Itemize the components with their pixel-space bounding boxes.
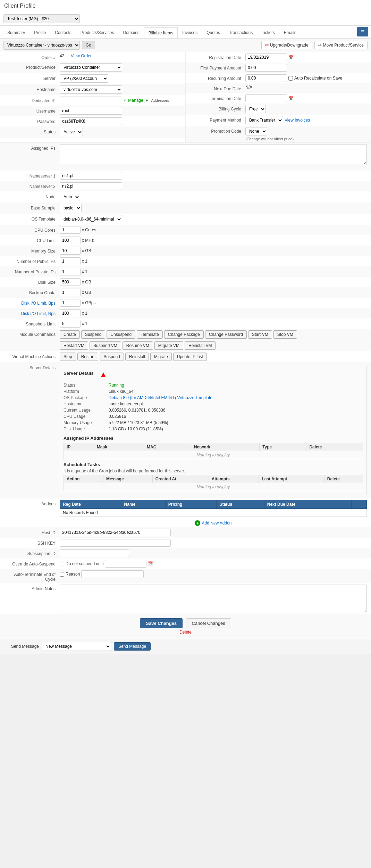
os-template-select[interactable]: debian-8.0-x86_64-minimal — [60, 215, 122, 223]
view-order-link[interactable]: View Order — [71, 53, 92, 58]
tab-tickets[interactable]: Tickets — [257, 27, 279, 38]
st-col-attempts: Attempts — [209, 475, 259, 483]
cmd-restart-vm-button[interactable]: Restart VM — [60, 341, 88, 350]
cpu-cores-input[interactable] — [60, 226, 81, 234]
add-new-addon-button[interactable]: + Add New Addon — [195, 520, 231, 526]
tab-domains[interactable]: Domains — [118, 27, 144, 38]
cmd-change-package-button[interactable]: Change Package — [164, 330, 204, 339]
memory-size-input[interactable] — [60, 247, 81, 255]
base-sample-select[interactable]: basic — [60, 204, 82, 212]
ip-col-ip: IP — [64, 443, 94, 451]
auto-recalculate-checkbox[interactable] — [288, 76, 293, 81]
snapshots-limit-input[interactable] — [60, 320, 81, 328]
ns2-input[interactable] — [60, 182, 122, 190]
vma-restart-button[interactable]: Restart — [77, 353, 99, 361]
node-select[interactable]: Auto — [60, 193, 80, 201]
cmd-suspend-vm-button[interactable]: Suspend VM — [90, 341, 121, 350]
tab-transactions[interactable]: Transactions — [225, 27, 257, 38]
addon-col-pricing: Pricing — [165, 500, 217, 509]
termination-calendar-icon[interactable]: 📅 — [288, 96, 294, 101]
cmd-migrate-vm-button[interactable]: Migrate VM — [154, 341, 183, 350]
cmd-resume-vm-button[interactable]: Resume VM — [123, 341, 153, 350]
sd-status-label: Status — [64, 383, 109, 388]
cmd-reinstall-vm-button[interactable]: Reinstall VM — [185, 341, 216, 350]
tab-contacts[interactable]: Contacts — [50, 27, 76, 38]
product-service-select[interactable]: Virtuozzo Container — [60, 63, 122, 72]
tab-products[interactable]: Products/Services — [76, 27, 119, 38]
nav-settings-button[interactable]: ☰ — [357, 27, 368, 36]
admin-notes-textarea[interactable] — [60, 585, 367, 612]
product-service-selector[interactable]: Virtuozzo Container - virtuozzo-vps.com — [3, 41, 80, 50]
tab-profile[interactable]: Profile — [29, 27, 50, 38]
reason-input[interactable] — [81, 570, 144, 578]
tab-summary[interactable]: Summary — [3, 27, 29, 38]
go-button[interactable]: Go — [82, 41, 95, 49]
upgrade-downgrade-button[interactable]: ✉ Upgrade/Downgrade — [261, 41, 312, 49]
subscription-id-input[interactable] — [60, 549, 129, 557]
dedicated-ip-input[interactable] — [60, 97, 122, 104]
termination-date-input[interactable] — [245, 94, 287, 102]
cmd-terminate-button[interactable]: Terminate — [137, 330, 163, 339]
server-select[interactable]: VP (2/200 Accoun — [60, 74, 108, 83]
view-invoices-link[interactable]: View Invoices — [285, 118, 310, 123]
num-public-ips-input[interactable] — [60, 257, 81, 265]
sd-cpu-usage-label: CPU Usage — [64, 414, 109, 419]
page-title: Client Profile — [4, 3, 367, 9]
client-selector[interactable]: Test Tester (MG) - #20 — [3, 14, 80, 23]
tab-invoices[interactable]: Invoices — [178, 27, 202, 38]
disk-io-nps-input[interactable] — [60, 309, 81, 317]
send-message-select[interactable]: New Message — [42, 642, 111, 651]
delete-button[interactable]: Delete — [179, 630, 192, 635]
first-payment-input[interactable] — [245, 64, 287, 72]
vma-suspend-button[interactable]: Suspend — [100, 353, 124, 361]
disk-size-input[interactable] — [60, 278, 81, 286]
username-input[interactable] — [60, 107, 122, 115]
auto-terminate-checkbox[interactable] — [60, 572, 64, 577]
backup-quota-input[interactable] — [60, 289, 81, 296]
cmd-change-password-button[interactable]: Change Password — [205, 330, 247, 339]
vma-update-ip-button[interactable]: Update IP List — [173, 353, 207, 361]
tab-quotes[interactable]: Quotes — [202, 27, 225, 38]
calendar-icon[interactable]: 📅 — [288, 55, 294, 60]
termination-date-label: Termination Date — [190, 94, 245, 101]
save-changes-button[interactable]: Save Changes — [140, 618, 183, 628]
product-service-label: Product/Service — [4, 63, 60, 70]
payment-method-select[interactable]: Bank Transfer — [245, 116, 283, 124]
cmd-start-vm-button[interactable]: Start VM — [248, 330, 272, 339]
ssh-key-input[interactable] — [60, 539, 171, 547]
billing-cycle-select[interactable]: Free — [245, 105, 266, 113]
recurring-amount-input[interactable] — [245, 74, 287, 82]
hostname-select[interactable]: virtuozzo-vps.com — [60, 85, 122, 94]
move-product-button[interactable]: ⇨ Move Product/Service — [314, 41, 368, 49]
cpu-cores-label: CPU Cores — [4, 226, 60, 233]
manage-ip-link[interactable]: ✓ Manage IP — [124, 98, 148, 103]
server-label: Server — [4, 74, 60, 81]
password-input[interactable] — [60, 117, 122, 125]
cmd-stop-vm-button[interactable]: Stop VM — [273, 330, 297, 339]
cpu-limit-input[interactable] — [60, 237, 81, 244]
suspend-calendar-icon[interactable]: 📅 — [148, 561, 153, 566]
send-message-button[interactable]: Send Message — [114, 642, 151, 651]
host-id-input[interactable] — [60, 529, 171, 536]
sd-status-value: Running — [109, 383, 124, 388]
registration-date-input[interactable] — [245, 53, 287, 61]
cancel-changes-button[interactable]: Cancel Changes — [186, 618, 231, 628]
num-private-ips-input[interactable] — [60, 268, 81, 275]
vma-reinstall-button[interactable]: Reinstall — [125, 353, 149, 361]
status-select[interactable]: Active — [60, 128, 83, 136]
cmd-suspend-button[interactable]: Suspend — [81, 330, 105, 339]
tab-emails[interactable]: Emails — [279, 27, 301, 38]
ns1-input[interactable] — [60, 172, 122, 180]
vma-stop-button[interactable]: Stop — [60, 353, 76, 361]
cmd-create-button[interactable]: Create — [60, 330, 80, 339]
override-auto-suspend-checkbox[interactable] — [60, 562, 64, 566]
tab-billable[interactable]: Billable Items — [144, 27, 178, 38]
disk-io-bps-input[interactable] — [60, 299, 81, 307]
toolbar: Virtuozzo Container - virtuozzo-vps.com … — [0, 39, 371, 52]
assigned-ips-textarea[interactable] — [60, 144, 367, 165]
suspend-until-input[interactable] — [105, 560, 146, 568]
vma-migrate-button[interactable]: Migrate — [150, 353, 172, 361]
cmd-unsuspend-button[interactable]: Unsuspend — [107, 330, 135, 339]
promo-code-select[interactable]: None — [245, 127, 267, 135]
promo-code-label: Promotion Code — [190, 127, 245, 134]
